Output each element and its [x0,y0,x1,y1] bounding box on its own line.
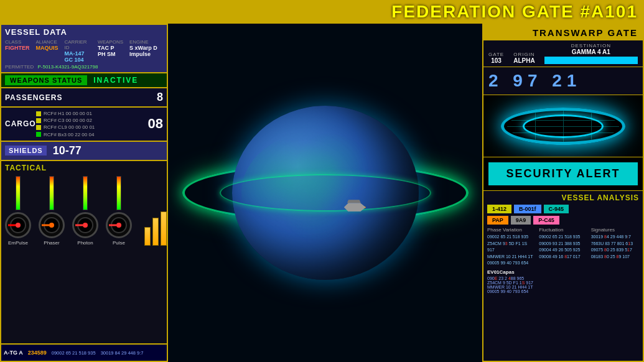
cargo-item: RCF# C3 00 00 00 02 [36,117,145,124]
origin-value: ALPHA [513,57,534,64]
empulse-label: EmPulse [8,240,28,246]
origin-label: ORIGIN [513,52,534,57]
class-label: CLASS [5,39,30,45]
atg-data2: 30019 84 29 448 9:7 [101,350,144,356]
top-header: FEDERATION GATE #A101 [0,0,644,24]
inner-orbital-ring [220,174,431,211]
engine-value: S xWarp D Impulse [129,45,163,57]
cargo-label: CARGO [5,119,36,128]
atg-num: 234589 [28,350,47,356]
badge-c945: C-945 [544,205,569,213]
phase-variation-col: Phase Variation 09002 65 21 518 935 Z54C… [487,227,535,267]
gate-label: GATE [488,52,504,57]
phaser-label: Phaser [44,240,59,246]
badge-1412: 1-412 [487,205,511,213]
signatures-col: Signatures 30019 84 29 448 9:7 7663U 83 … [591,227,639,267]
cargo-item: RCF# Bx3 00 22 00 04 [36,131,145,138]
atg-label: A-TG A [4,350,23,356]
federation-gate-title: FEDERATION GATE #A101 [391,2,638,22]
right-panel: TRANSWARP GATE GATE 103 ORIGIN ALPHA DES… [482,24,644,362]
destination-value: GAMMA 4 A1 [572,49,610,55]
vessel-data-section: VESSEL DATA CLASS FIGHTER ALIANCE MAQUIS… [1,25,167,73]
passengers-count: 8 [157,91,163,104]
shields-section: SHIELDS 10-77 [1,142,167,161]
weapons-status-section: WEAPONS STATUS INACTIVE [1,73,167,88]
shields-value: 10-77 [53,144,82,157]
vessel-data-title: VESSEL DATA [5,27,163,37]
left-panel: VESSEL DATA CLASS FIGHTER ALIANCE MAQUIS… [0,24,168,362]
cargo-item: RCF# CL9 00 00 00 01 [36,124,145,131]
tw-grid [507,111,619,142]
gate-value: 103 [491,57,502,64]
vessel-analysis-title: VESSEL ANALYSIS [487,193,639,202]
carrier-value: MA-147 GC 104 [65,50,92,63]
class-value: FIGHTER [5,45,30,51]
carrier-label: CARRIER ID [65,39,92,50]
badge-pap: PAP [487,216,508,225]
transwarp-title: TRANSWARP GATE [488,27,638,38]
gate-numbers: 2 97 21 [483,67,643,95]
cargo-item: RCF# H1 00 00 00 01 [36,110,145,117]
center-panel [168,24,482,362]
weapons-status-value: INACTIVE [93,76,138,85]
tactical-label: TACTICAL [5,164,163,172]
cargo-count: 08 [148,116,163,132]
gate-nums: 2 97 21 [488,71,581,90]
atg-data1: 09002 65 21 518 935 [52,350,96,356]
destination-label: DESTINATION [571,43,611,49]
signatures-title: Signatures [591,227,639,233]
passengers-label: PASSENGERS [5,93,62,102]
phaser-gauge: Phaser [39,176,65,246]
vessel-analysis-section: VESSEL ANALYSIS 1-412 B-001f C-945 PAP 9… [483,191,643,361]
left-bottom-bar: A-TG A 234589 09002 65 21 518 935 30019 … [1,343,167,361]
pulse-label: Pulse [113,240,125,246]
weapons-status-label: WEAPONS STATUS [5,75,87,85]
permitted-label: PERMITTED [5,64,34,70]
fluctuation-col: Fluctuation 09002 65 21 518 935 09009 93… [539,227,587,267]
security-alert-button[interactable]: SECURITY ALERT [488,162,638,185]
transwarp-visual [483,95,643,157]
ev01-section: EV01Capas 090E 23 2 488 965 Z54CM 9 5D F… [487,269,639,294]
engine-label: ENGINE [129,39,163,45]
badge-pc45: P-C45 [533,216,559,225]
alliance-value: MAQUIS [36,45,58,51]
weapons-label: WEAPONS [98,39,123,45]
empulse-gauge: EmPulse [5,176,31,246]
pulse-gauge: Pulse [106,176,132,246]
spacecraft [344,203,366,211]
passengers-section: PASSENGERS 8 [1,88,167,108]
photon-gauge: Photon [72,176,98,246]
tactical-section: TACTICAL EmPulse [1,161,167,343]
badges-row1: 1-412 B-001f C-945 [487,205,639,213]
phase-variation-data: 09002 65 21 518 935 Z54CM 93 5D F1 1S 91… [487,234,535,267]
cargo-section: CARGO RCF# H1 00 00 00 01 RCF# C3 00 00 … [1,108,167,142]
badge-9a9: 9A9 [511,216,531,225]
gate-info: GATE 103 ORIGIN ALPHA DESTINATION GAMMA … [483,40,643,67]
weapons-value: TAC P PH SM [98,45,123,57]
security-alert-section[interactable]: SECURITY ALERT [483,157,643,191]
photon-label: Photon [77,240,93,246]
alliance-label: ALIANCE [36,39,58,45]
badge-b001f: B-001f [514,205,541,213]
permitted-value: P-5013-K4321-9AQ321798 [37,64,98,70]
destination-bar [544,57,638,64]
phase-variation-title: Phase Variation [487,227,535,233]
transwarp-header: TRANSWARP GATE [483,25,643,40]
badges-row2: PAP 9A9 P-C45 [487,216,639,225]
analysis-columns: Phase Variation 09002 65 21 518 935 Z54C… [487,227,639,267]
fluctuation-data: 09002 65 21 518 935 09009 93 21 388 935 … [539,234,587,260]
signatures-data: 30019 84 29 448 9:7 7663U 83 77 801 613 … [591,234,639,260]
fluctuation-title: Fluctuation [539,227,587,233]
shields-label: SHIELDS [5,146,47,155]
planet-view [168,24,482,362]
